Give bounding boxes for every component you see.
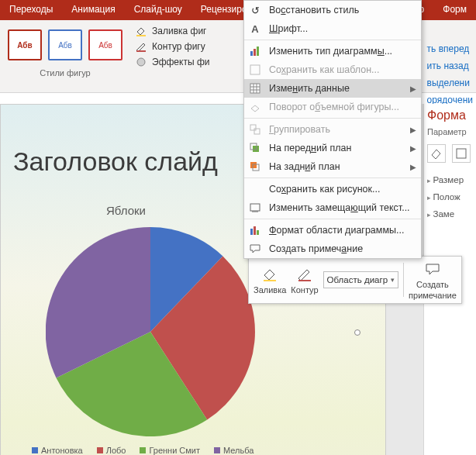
fill-line-icon[interactable] bbox=[427, 144, 446, 163]
tab-slideshow[interactable]: Слайд-шоу bbox=[125, 0, 191, 20]
svg-rect-25 bbox=[298, 280, 311, 281]
mini-comment-button[interactable]: Создать примечание bbox=[409, 260, 457, 300]
send-backward-link[interactable]: ить назад bbox=[427, 60, 473, 71]
legend-item-3[interactable]: Гренни Смит bbox=[140, 446, 200, 455]
edit-data-icon bbox=[247, 81, 263, 96]
legend-item-2[interactable]: Лобо bbox=[97, 446, 126, 455]
shape-style-2[interactable]: Абв bbox=[48, 29, 82, 60]
menu-restore-style[interactable]: ↺ Восстановить стиль bbox=[244, 1, 421, 19]
mini-outline-button[interactable]: Контур bbox=[291, 265, 318, 295]
font-a-icon: A bbox=[247, 21, 263, 36]
svg-rect-1 bbox=[136, 50, 146, 52]
format-pane-subtitle: Параметр bbox=[427, 127, 473, 136]
format-chart-icon bbox=[247, 222, 263, 238]
shape-fill-label: Заливка фиг bbox=[152, 26, 206, 36]
menu-edit-data[interactable]: Изменить данные ▶ bbox=[244, 79, 421, 98]
format-section-size[interactable]: Размер bbox=[427, 175, 473, 184]
paint-bucket-icon bbox=[135, 25, 147, 37]
legend-item-4[interactable]: Мельба bbox=[214, 446, 254, 455]
slide-title[interactable]: Заголовок слайд bbox=[13, 146, 218, 177]
menu-save-template: Сохранить как шаблон... bbox=[244, 60, 421, 79]
selection-handle[interactable] bbox=[354, 329, 360, 336]
rotate-3d-icon bbox=[247, 99, 263, 115]
shape-styles-group: Абв Абв Абв Стили фигур bbox=[0, 20, 127, 92]
menu-format-chart-area[interactable]: Формат области диаграммы... bbox=[244, 221, 421, 240]
pie-chart[interactable] bbox=[46, 227, 255, 436]
menu-change-chart-type[interactable]: Изменить тип диаграммы... bbox=[244, 42, 421, 60]
chart-type-icon bbox=[247, 43, 263, 59]
mini-toolbar: Заливка Контур Область диагр ▾ Создать п… bbox=[248, 256, 462, 304]
chevron-right-icon: ▶ bbox=[410, 84, 416, 93]
comment-icon bbox=[247, 241, 263, 257]
save-template-icon bbox=[247, 62, 263, 78]
tab-format[interactable]: Форм bbox=[433, 0, 476, 20]
blank-icon bbox=[247, 181, 263, 197]
svg-rect-6 bbox=[257, 47, 259, 56]
mini-fill-button[interactable]: Заливка bbox=[254, 265, 286, 295]
svg-rect-4 bbox=[250, 51, 253, 56]
menu-3d-rotation: Поворот объемной фигуры... bbox=[244, 98, 421, 116]
svg-rect-22 bbox=[254, 226, 256, 235]
size-properties-icon[interactable] bbox=[452, 144, 471, 163]
format-section-position[interactable]: Полож bbox=[427, 192, 473, 202]
send-back-icon bbox=[247, 159, 263, 174]
shape-effects-label: Эффекты фи bbox=[152, 57, 209, 67]
alt-text-icon bbox=[247, 200, 263, 215]
svg-rect-14 bbox=[254, 129, 260, 134]
chart-legend: Антоновка Лобо Гренни Смит Мельба bbox=[32, 446, 254, 455]
group-icon bbox=[247, 122, 263, 137]
chart-title[interactable]: Яблоки bbox=[106, 204, 146, 217]
menu-font[interactable]: A Шрифт... bbox=[244, 19, 421, 38]
svg-rect-19 bbox=[250, 204, 260, 211]
shape-fill-button[interactable]: Заливка фиг bbox=[135, 25, 209, 37]
mini-outline-label: Контур bbox=[291, 285, 318, 295]
svg-rect-15 bbox=[253, 146, 259, 152]
mini-chart-element-combo[interactable]: Область диагр ▾ bbox=[323, 271, 398, 288]
bring-front-icon bbox=[247, 140, 263, 156]
bring-forward-link[interactable]: ть вперед bbox=[427, 43, 473, 54]
svg-rect-7 bbox=[250, 65, 260, 74]
shape-style-1[interactable]: Абв bbox=[8, 29, 42, 60]
menu-send-to-back[interactable]: На задний план ▶ bbox=[244, 157, 421, 176]
shape-styles-label: Стили фигур bbox=[40, 68, 90, 78]
svg-rect-13 bbox=[250, 125, 256, 130]
svg-rect-24 bbox=[264, 280, 276, 281]
svg-rect-5 bbox=[254, 49, 256, 56]
svg-point-2 bbox=[137, 58, 145, 66]
arrange-links: ть вперед ить назад выделени орядочени bbox=[427, 43, 473, 105]
shape-outline-button[interactable]: Контур фигу bbox=[135, 40, 209, 53]
svg-rect-8 bbox=[250, 84, 260, 93]
shape-fill-group: Заливка фиг Контур фигу Эффекты фи bbox=[127, 20, 212, 92]
legend-item-1[interactable]: Антоновка bbox=[32, 446, 83, 455]
pen-outline-icon bbox=[135, 40, 147, 53]
menu-bring-to-front[interactable]: На передний план ▶ bbox=[244, 139, 421, 157]
tab-transitions[interactable]: Переходы bbox=[0, 0, 62, 20]
mini-comment-label-1: Создать bbox=[416, 280, 449, 289]
shape-effects-button[interactable]: Эффекты фи bbox=[135, 56, 209, 68]
chevron-down-icon: ▾ bbox=[391, 276, 395, 284]
shape-outline-label: Контур фигу bbox=[152, 41, 205, 52]
format-section-alttext[interactable]: Заме bbox=[427, 209, 473, 219]
comment-icon bbox=[422, 260, 443, 278]
selection-pane-link[interactable]: выделени bbox=[427, 78, 473, 88]
mini-combo-label: Область диагр bbox=[327, 275, 388, 284]
svg-rect-23 bbox=[257, 230, 259, 235]
context-menu: ↺ Восстановить стиль A Шрифт... Изменить… bbox=[243, 0, 422, 259]
menu-group: Группировать ▶ bbox=[244, 120, 421, 139]
menu-edit-alt-text[interactable]: Изменить замещающий текст... bbox=[244, 198, 421, 217]
tab-animation[interactable]: Анимация bbox=[62, 0, 124, 20]
svg-rect-17 bbox=[250, 162, 257, 168]
shape-style-3[interactable]: Абв bbox=[88, 29, 122, 60]
svg-rect-3 bbox=[457, 149, 466, 158]
chevron-right-icon: ▶ bbox=[410, 163, 416, 171]
chevron-right-icon: ▶ bbox=[410, 126, 416, 134]
menu-new-comment[interactable]: Создать примечание bbox=[244, 240, 421, 258]
svg-rect-21 bbox=[250, 229, 253, 235]
format-pane-title: Форма bbox=[427, 109, 473, 122]
menu-save-as-picture[interactable]: Сохранить как рисунок... bbox=[244, 180, 421, 198]
chevron-right-icon: ▶ bbox=[410, 144, 416, 153]
restore-icon: ↺ bbox=[247, 2, 263, 18]
svg-rect-0 bbox=[136, 35, 146, 36]
mini-comment-label-2: примечание bbox=[409, 291, 457, 300]
pen-outline-icon bbox=[294, 265, 316, 284]
